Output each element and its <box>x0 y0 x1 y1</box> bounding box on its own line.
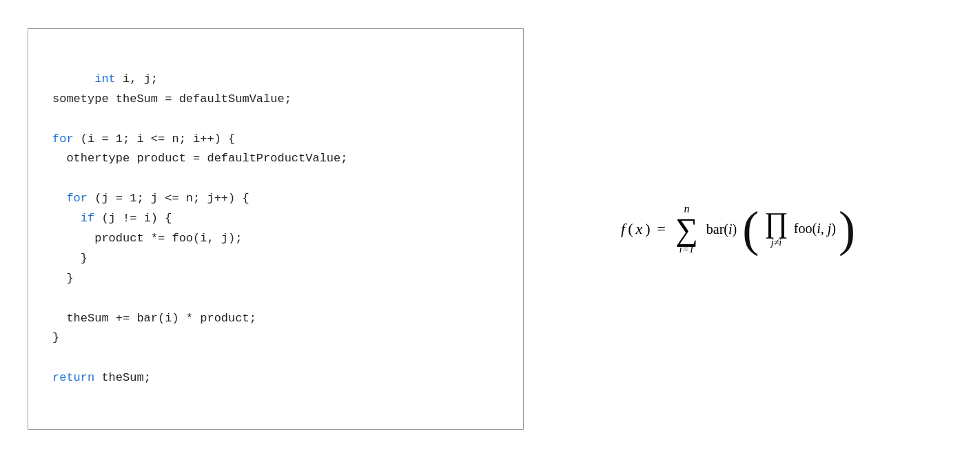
code-line-4: (i = 1; i <= n; i++) { <box>74 132 236 146</box>
code-indent-1 <box>52 192 66 205</box>
formula: f(x)= n ∑ i=1 bar(i) ( ∏ j≠i foo(i, j) <box>621 203 855 255</box>
code-line-14: } <box>52 331 59 344</box>
sigma-symbol: ∑ <box>675 216 698 243</box>
code-line-13: theSum += bar(i) * product; <box>52 312 256 325</box>
code-line-5: othertype product = defaultProductValue; <box>52 152 347 165</box>
formula-lhs: f <box>621 220 625 238</box>
code-line-11: } <box>52 272 74 285</box>
formula-equals: = <box>657 220 666 238</box>
code-line-8: (j != i) { <box>94 212 172 225</box>
prod-symbol: ∏ <box>764 210 788 237</box>
formula-lhs-paren: ( <box>628 220 633 238</box>
code-line-10: } <box>52 252 88 265</box>
keyword-int: int <box>94 72 116 86</box>
prod-bottom: j≠i <box>771 238 782 248</box>
code-line-7: (j = 1; j <= n; j++) { <box>88 192 249 205</box>
code-line-1: i, j; <box>116 72 158 86</box>
code-indent-2 <box>52 212 81 225</box>
prod-block: ∏ j≠i <box>764 210 788 248</box>
inner-paren-content: ∏ j≠i foo(i, j) <box>762 210 836 248</box>
sigma-bottom: i=1 <box>680 244 695 255</box>
code-content: int i, j; sometype theSum = defaultSumVa… <box>52 50 499 408</box>
foo-ij: foo(i, j) <box>794 221 836 237</box>
keyword-for-2: for <box>66 192 88 205</box>
big-right-paren: ) <box>839 204 855 254</box>
formula-rhs-paren: ) <box>645 220 650 238</box>
code-line-9: product *= foo(i, j); <box>52 232 242 245</box>
bar-i: bar(i) <box>706 221 737 237</box>
big-left-paren: ( <box>742 204 759 254</box>
keyword-for-1: for <box>52 132 74 146</box>
keyword-return: return <box>52 371 94 384</box>
main-container: int i, j; sometype theSum = defaultSumVa… <box>0 0 980 458</box>
keyword-if: if <box>81 212 94 225</box>
code-line-2: sometype theSum = defaultSumValue; <box>52 92 292 106</box>
code-line-16: theSum; <box>94 371 151 384</box>
formula-x: x <box>636 220 643 238</box>
sigma-block: n ∑ i=1 <box>675 203 698 255</box>
code-box: int i, j; sometype theSum = defaultSumVa… <box>28 28 524 430</box>
math-panel: f(x)= n ∑ i=1 bar(i) ( ∏ j≠i foo(i, j) <box>524 14 952 444</box>
